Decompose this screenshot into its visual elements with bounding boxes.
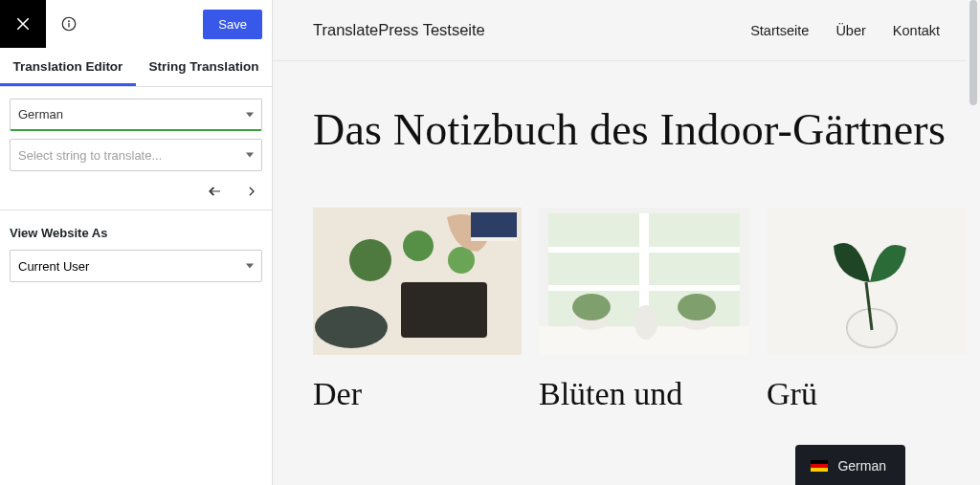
svg-point-19 bbox=[635, 305, 657, 340]
svg-rect-9 bbox=[471, 212, 517, 237]
svg-rect-5 bbox=[401, 282, 487, 338]
string-select-placeholder: Select string to translate... bbox=[18, 148, 162, 163]
tab-string-translation[interactable]: String Translation bbox=[136, 48, 272, 86]
card-title: Grü bbox=[767, 376, 975, 411]
info-icon bbox=[60, 15, 78, 33]
editor-tabs: Translation Editor String Translation bbox=[0, 48, 272, 87]
chevron-down-icon bbox=[246, 153, 254, 158]
card-image bbox=[313, 208, 522, 355]
svg-point-8 bbox=[448, 247, 475, 274]
svg-point-4 bbox=[315, 306, 388, 348]
card-title: Blüten und bbox=[539, 376, 749, 411]
svg-rect-10 bbox=[471, 237, 517, 241]
undo-icon[interactable] bbox=[207, 183, 224, 200]
info-button[interactable] bbox=[46, 15, 92, 33]
scrollbar-thumb[interactable] bbox=[969, 0, 977, 105]
preview-scrollbar[interactable] bbox=[967, 0, 980, 485]
language-switcher-label: German bbox=[837, 458, 886, 474]
close-icon bbox=[14, 15, 32, 33]
svg-point-18 bbox=[572, 294, 611, 320]
card-image bbox=[539, 208, 749, 355]
nav-about[interactable]: Über bbox=[835, 23, 865, 38]
view-as-label: View Website As bbox=[10, 220, 262, 250]
page-title: Das Notizbuch des Indoor-Gärtners bbox=[313, 105, 980, 156]
site-content: Das Notizbuch des Indoor-Gärtners bbox=[273, 61, 980, 411]
nav-home[interactable]: Startseite bbox=[750, 23, 809, 38]
svg-rect-2 bbox=[68, 23, 69, 28]
svg-point-21 bbox=[678, 294, 716, 320]
language-switcher[interactable]: German bbox=[795, 445, 905, 485]
site-title[interactable]: TranslatePress Testseite bbox=[313, 21, 485, 39]
site-nav: Startseite Über Kontakt bbox=[750, 23, 940, 38]
card-image bbox=[767, 208, 975, 355]
card-2[interactable]: Blüten und bbox=[539, 208, 749, 411]
save-button[interactable]: Save bbox=[203, 10, 262, 39]
card-title: Der bbox=[313, 376, 522, 411]
plant-potting-image bbox=[313, 208, 522, 355]
card-row: Der Blüten und bbox=[313, 208, 980, 411]
site-preview: TranslatePress Testseite Startseite Über… bbox=[273, 0, 980, 485]
language-select-value: German bbox=[18, 107, 63, 121]
language-select[interactable]: German bbox=[10, 99, 262, 131]
svg-point-6 bbox=[349, 239, 391, 281]
string-select[interactable]: Select string to translate... bbox=[10, 139, 262, 171]
close-button[interactable] bbox=[0, 0, 46, 48]
editor-topbar: Save bbox=[0, 0, 272, 48]
nav-contact[interactable]: Kontakt bbox=[893, 23, 940, 38]
tab-translation-editor[interactable]: Translation Editor bbox=[0, 48, 136, 86]
window-plants-image bbox=[539, 208, 749, 355]
card-1[interactable]: Der bbox=[313, 208, 522, 411]
translation-editor-panel: Save Translation Editor String Translati… bbox=[0, 0, 273, 485]
svg-point-1 bbox=[68, 20, 70, 22]
card-3[interactable]: Grü bbox=[767, 208, 975, 411]
redo-icon[interactable] bbox=[239, 183, 256, 200]
view-as-select[interactable]: Current User bbox=[10, 250, 262, 282]
chevron-down-icon bbox=[246, 112, 254, 117]
svg-point-7 bbox=[403, 231, 434, 261]
german-flag-icon bbox=[811, 460, 828, 472]
leaf-vase-image bbox=[767, 208, 975, 355]
chevron-down-icon bbox=[246, 264, 254, 269]
history-arrows bbox=[10, 179, 262, 200]
view-as-value: Current User bbox=[18, 259, 89, 274]
site-header: TranslatePress Testseite Startseite Über… bbox=[273, 0, 980, 60]
